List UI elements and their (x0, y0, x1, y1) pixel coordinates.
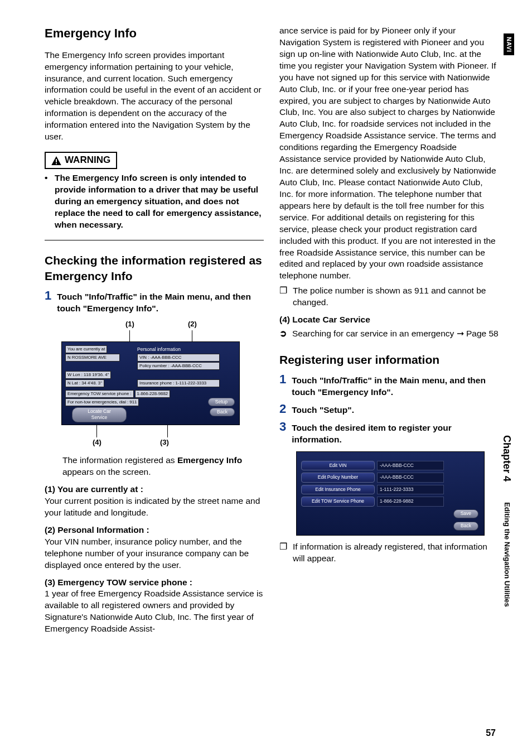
edit-vin-button[interactable]: Edit VIN (301, 461, 375, 470)
section-1-heading: (1) You are currently at : (45, 484, 264, 495)
section-4-text: Searching for car service in an emergenc… (292, 328, 499, 340)
reference-arrow-icon: ➲ (279, 328, 287, 340)
section-3-text: 1 year of free Emergency Roadside Assist… (45, 588, 264, 635)
screen-vin: VIN : -AAA-BBB-CCC (137, 354, 220, 362)
section-2-heading: (2) Personal Information : (45, 524, 264, 536)
edit-policy-button[interactable]: Edit Policy Number (301, 473, 375, 482)
back-button[interactable]: Back (210, 408, 235, 416)
screen-tow-number: 1-866-228-9882 (135, 390, 171, 398)
screen-street: N ROSSMORE AVE (65, 354, 120, 362)
callout-2: (2) (188, 319, 197, 329)
heading-emergency-info: Emergency Info (45, 25, 264, 42)
warning-text: The Emergency Info screen is only intend… (55, 172, 264, 231)
warning-box: WARNING (45, 152, 117, 169)
note-marker-icon-2: ❐ (279, 541, 287, 565)
locate-car-service-button[interactable]: Locate Car Service (72, 407, 127, 422)
callout-3: (3) (160, 437, 169, 447)
figure-emergency-info-screen: (1) (2) You are currently at N ROSSMORE … (61, 319, 240, 447)
continuation-text: ance service is paid for by Pioneer only… (279, 25, 499, 282)
intro-paragraph: The Emergency Info screen provides impor… (45, 50, 264, 143)
r-step-number-1: 1 (279, 373, 286, 398)
section-1-text: Your current position is indicated by th… (45, 495, 264, 519)
r-step-1-text: Touch "Info/Traffic" in the Main menu, a… (292, 373, 499, 398)
screen-personal-info-label: Personal information (137, 346, 181, 353)
already-registered-note: If information is already registered, th… (293, 541, 499, 565)
r-step-number-3: 3 (279, 421, 286, 446)
screen-nlat: N Lat : 34 4'48. 3" (65, 379, 104, 388)
insurance-phone-value: 1-111-222-3333 (377, 485, 444, 494)
figure-setup-screen: Edit VIN -AAA-BBB-CCC Edit Policy Number… (296, 451, 485, 536)
screen-currently-at: You are currently at (65, 345, 107, 354)
callout-4: (4) (93, 437, 101, 447)
edit-insurance-phone-button[interactable]: Edit Insurance Phone (301, 485, 375, 494)
screen-wlon: W Lon : 118 19'36. 4" (65, 371, 111, 379)
note-marker-icon: ❐ (279, 285, 287, 309)
svg-rect-0 (56, 159, 57, 162)
back-button-2[interactable]: Back (453, 522, 478, 530)
callout-1: (1) (125, 319, 134, 329)
after-figure-text: The information registered as Emergency … (62, 455, 264, 478)
section-4-heading: (4) Locate Car Service (279, 314, 499, 326)
tow-phone-value: 1-866-228-9882 (377, 497, 444, 506)
vin-value: -AAA-BBB-CCC (377, 461, 444, 470)
r-step-2-text: Touch "Setup". (292, 403, 354, 416)
screen-policy: Policy number : -AAA-BBB-CCC (137, 362, 220, 370)
warning-icon (51, 156, 61, 165)
heading-registering-user-info: Registering user information (279, 352, 499, 368)
r-step-number-2: 2 (279, 403, 286, 416)
police-number-note: The police number is shown as 911 and ca… (293, 285, 499, 309)
svg-rect-1 (56, 163, 57, 164)
heading-checking-info: Checking the information registered as E… (45, 253, 264, 285)
section-2-text: Your VIN number, insurance policy number… (45, 536, 264, 571)
step-1-text: Touch "Info/Traffic" in the Main menu, a… (57, 290, 264, 315)
divider (45, 240, 264, 240)
save-button[interactable]: Save (453, 509, 478, 518)
edit-tow-phone-button[interactable]: Edit TOW Service Phone (301, 497, 375, 506)
screen-nontow: For non-tow emergencies, dial : 911 (65, 398, 139, 407)
page-number: 57 (486, 727, 496, 739)
r-step-3-text: Touch the desired item to register your … (292, 421, 499, 446)
policy-value: -AAA-BBB-CCC (377, 473, 444, 482)
section-3-heading: (3) Emergency TOW service phone : (45, 577, 264, 589)
screen-tow-label: Emergency TOW service phone : (65, 390, 134, 398)
warning-label: WARNING (65, 154, 110, 167)
side-tab-navi: NAVI (504, 33, 514, 55)
side-subtitle: Editing the Navigation Utilities (502, 502, 512, 607)
screen-insurance-phone: Insurance phone : 1-111-222-3333 (137, 379, 220, 388)
step-number-1: 1 (45, 290, 51, 315)
setup-button[interactable]: Setup (208, 398, 235, 406)
side-chapter: Chapter 4 (500, 435, 514, 481)
